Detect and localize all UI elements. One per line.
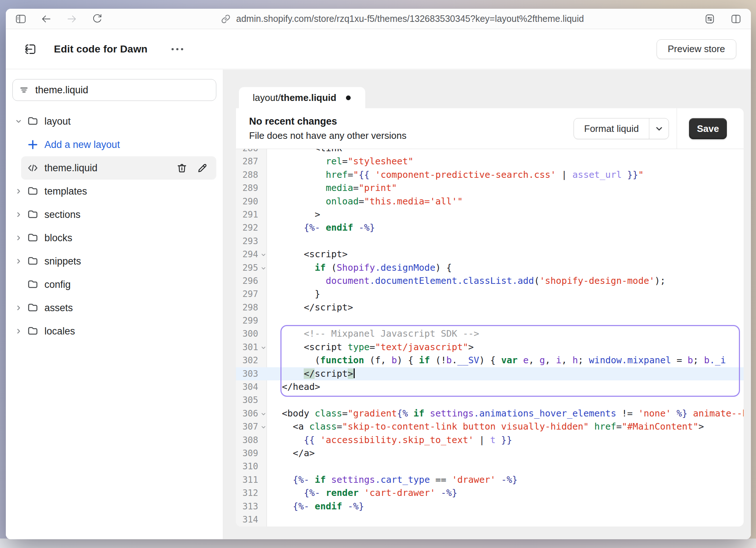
code-text xyxy=(267,314,744,327)
code-line-288[interactable]: 288 href="{{ 'component-predictive-searc… xyxy=(236,168,744,181)
save-button[interactable]: Save xyxy=(689,118,727,139)
sidebar-item-sections[interactable]: sections xyxy=(12,203,216,226)
code-text: </script> xyxy=(267,367,744,380)
code-line-286[interactable]: 286 <link xyxy=(236,149,744,155)
exit-code-editor-button[interactable] xyxy=(22,41,39,58)
tab-file-name: theme.liquid xyxy=(281,92,336,103)
line-number: 307 xyxy=(236,420,267,433)
code-line-302[interactable]: 302 (function (f, b) { if (!b.__SV) { va… xyxy=(236,354,744,367)
split-view-icon[interactable] xyxy=(731,13,741,24)
more-options-button[interactable] xyxy=(168,44,187,54)
code-text: {%- render 'cart-drawer' -%} xyxy=(267,486,744,500)
code-editor[interactable]: 286 <link287 rel="stylesheet"288 href="{… xyxy=(236,149,744,527)
code-line-295[interactable]: 295 if (Shopify.designMode) { xyxy=(236,261,744,274)
fold-toggle-icon[interactable] xyxy=(259,408,267,415)
code-text: <body class="gradient{% if settings.anim… xyxy=(267,407,744,420)
format-liquid-button[interactable]: Format liquid xyxy=(574,118,649,139)
code-text: <script> xyxy=(267,248,744,261)
code-line-313[interactable]: 313 {%- endif -%} xyxy=(236,500,744,513)
code-text: </script> xyxy=(267,301,744,314)
exit-icon xyxy=(23,42,37,56)
line-number: 308 xyxy=(236,434,267,447)
chevron-down-icon[interactable] xyxy=(15,117,25,125)
fold-toggle-icon[interactable] xyxy=(259,341,267,349)
chevron-right-icon[interactable] xyxy=(15,211,25,219)
sidebar-item-blocks[interactable]: blocks xyxy=(12,226,216,250)
code-line-308[interactable]: 308 {{ 'accessibility.skip_to_text' | t … xyxy=(236,434,744,447)
code-line-291[interactable]: 291 > xyxy=(236,208,744,221)
code-text: <link xyxy=(267,149,744,155)
sidebar-item-label: config xyxy=(44,279,71,290)
line-number: 288 xyxy=(236,168,267,181)
format-options-button[interactable] xyxy=(649,118,669,139)
line-number: 312 xyxy=(236,486,267,500)
sidebar-toggle-icon[interactable] xyxy=(15,13,26,24)
code-line-294[interactable]: 294 <script> xyxy=(236,248,744,261)
address-bar[interactable]: admin.shopify.com/store/rzq1xu-f5/themes… xyxy=(125,13,680,24)
unsaved-changes-dot xyxy=(346,95,351,100)
fold-toggle-icon[interactable] xyxy=(259,248,267,256)
code-line-303[interactable]: 303 </script> xyxy=(236,367,744,380)
code-text: {%- if settings.cart_type == 'drawer' -%… xyxy=(267,473,744,486)
code-text: onload="this.media='all'" xyxy=(267,195,744,208)
code-line-305[interactable]: 305 xyxy=(236,394,744,407)
sidebar-item-assets[interactable]: assets xyxy=(12,296,216,320)
code-text: {%- endif -%} xyxy=(267,221,744,234)
sidebar-item-theme-liquid[interactable]: theme.liquid xyxy=(21,156,216,180)
code-text: <a class="skip-to-content-link button vi… xyxy=(267,420,744,433)
line-number: 300 xyxy=(236,327,267,340)
code-line-298[interactable]: 298 </script> xyxy=(236,301,744,314)
chevron-right-icon[interactable] xyxy=(15,234,25,242)
code-line-307[interactable]: 307 <a class="skip-to-content-link butto… xyxy=(236,420,744,433)
sidebar-item-locales[interactable]: locales xyxy=(12,320,216,343)
chevron-right-icon[interactable] xyxy=(15,187,25,195)
page-title: Edit code for Dawn xyxy=(54,43,147,55)
editor-canvas: layout/theme.liquid No recent changes Fi… xyxy=(223,70,751,539)
preview-store-button[interactable]: Preview store xyxy=(657,39,737,59)
code-line-287[interactable]: 287 rel="stylesheet" xyxy=(236,155,744,168)
code-line-312[interactable]: 312 {%- render 'cart-drawer' -%} xyxy=(236,486,744,500)
sidebar-item-layout[interactable]: layout xyxy=(12,110,216,133)
chevron-right-icon[interactable] xyxy=(15,327,25,335)
chevron-right-icon[interactable] xyxy=(15,304,25,312)
text-cursor xyxy=(354,368,355,378)
chevron-right-icon[interactable] xyxy=(15,257,25,265)
file-row-actions xyxy=(176,162,213,174)
page-settings-icon[interactable] xyxy=(704,13,715,24)
code-line-289[interactable]: 289 media="print" xyxy=(236,181,744,195)
sidebar-item-add-a-new-layout[interactable]: Add a new layout xyxy=(12,133,216,156)
reload-button-icon[interactable] xyxy=(92,13,103,24)
fold-toggle-icon[interactable] xyxy=(259,262,267,269)
code-line-304[interactable]: 304</head> xyxy=(236,380,744,394)
code-line-292[interactable]: 292 {%- endif -%} xyxy=(236,221,744,234)
code-line-311[interactable]: 311 {%- if settings.cart_type == 'drawer… xyxy=(236,473,744,486)
code-line-290[interactable]: 290 onload="this.media='all'" xyxy=(236,195,744,208)
app-header: Edit code for Dawn Preview store xyxy=(6,29,751,69)
code-line-296[interactable]: 296 document.documentElement.classList.a… xyxy=(236,274,744,287)
line-number: 286 xyxy=(236,149,267,155)
code-line-297[interactable]: 297 } xyxy=(236,287,744,301)
code-line-301[interactable]: 301 <script type="text/javascript"> xyxy=(236,341,744,354)
file-search-box[interactable] xyxy=(12,79,216,101)
line-number: 291 xyxy=(236,208,267,221)
code-line-293[interactable]: 293 xyxy=(236,235,744,248)
delete-file-button[interactable] xyxy=(176,162,188,174)
code-line-314[interactable]: 314 xyxy=(236,513,744,526)
code-line-299[interactable]: 299 xyxy=(236,314,744,327)
line-number: 294 xyxy=(236,248,267,261)
code-line-309[interactable]: 309 </a> xyxy=(236,447,744,460)
sidebar-item-templates[interactable]: templates xyxy=(12,180,216,203)
code-text: {{ 'accessibility.skip_to_text' | t }} xyxy=(267,434,744,447)
fold-toggle-icon[interactable] xyxy=(259,421,267,428)
sidebar-item-label: sections xyxy=(44,209,80,220)
line-number: 296 xyxy=(236,274,267,287)
edit-file-button[interactable] xyxy=(196,162,208,174)
code-line-310[interactable]: 310 xyxy=(236,460,744,473)
code-line-306[interactable]: 306<body class="gradient{% if settings.a… xyxy=(236,407,744,420)
code-line-300[interactable]: 300 <!-- Mixpanel Javascript SDK --> xyxy=(236,327,744,340)
back-button-icon[interactable] xyxy=(41,13,52,24)
tab-theme-liquid[interactable]: layout/theme.liquid xyxy=(239,87,365,108)
sidebar-item-snippets[interactable]: snippets xyxy=(12,250,216,273)
sidebar-item-config[interactable]: config xyxy=(12,273,216,296)
file-search-input[interactable] xyxy=(35,85,209,96)
